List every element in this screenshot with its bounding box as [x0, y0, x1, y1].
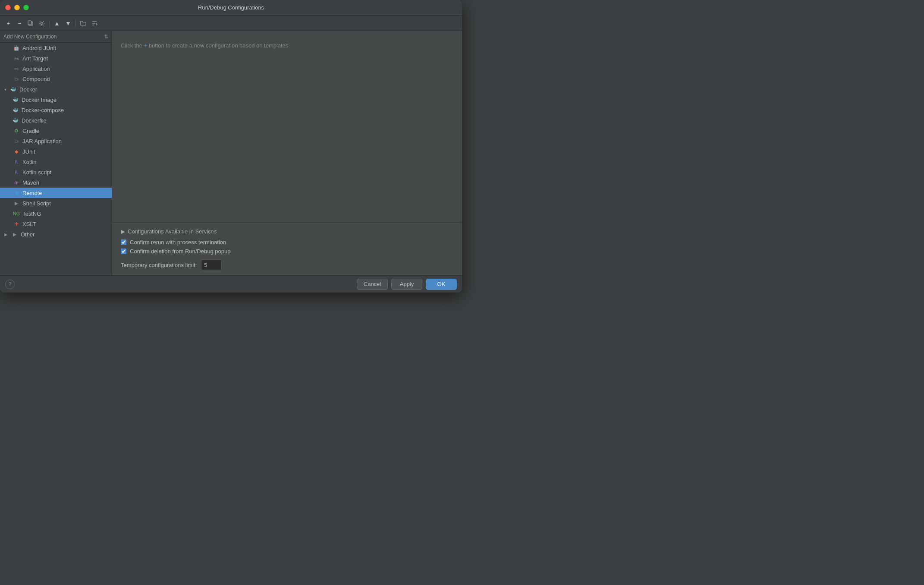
docker-image-icon: 🐳	[12, 96, 19, 103]
sidebar-item-ant-target[interactable]: 🐜Ant Target	[0, 53, 112, 63]
sidebar-item-junit[interactable]: ◆JUnit	[0, 146, 112, 157]
configurations-available-label: Configurations Available in Services	[128, 228, 217, 235]
checkbox-row-deletion: Confirm deletion from Run/Debug popup	[121, 248, 453, 255]
settings-button[interactable]	[37, 19, 47, 28]
bottom-right: Cancel Apply OK	[357, 279, 457, 290]
dockerfile-icon: 🐳	[12, 117, 19, 124]
sidebar-item-maven[interactable]: mMaven	[0, 177, 112, 188]
remove-button[interactable]: −	[15, 19, 24, 28]
android-junit-icon: 🤖	[13, 44, 20, 51]
testng-icon: NG	[13, 210, 20, 217]
docker-icon: 🐳	[10, 86, 17, 93]
title-bar: Run/Debug Configurations	[0, 0, 462, 16]
configurations-available-section[interactable]: ▶ Configurations Available in Services	[121, 228, 453, 235]
collapse-arrow-icon: ▶	[121, 228, 125, 235]
sidebar-item-application[interactable]: ▭Application	[0, 63, 112, 74]
sidebar-item-label-android-junit: Android JUnit	[22, 45, 56, 51]
temp-config-label: Temporary configurations limit:	[121, 262, 197, 268]
window-controls[interactable]	[5, 5, 29, 10]
confirm-deletion-checkbox[interactable]	[121, 248, 126, 254]
move-up-button[interactable]: ▲	[52, 19, 62, 28]
sidebar-item-label-jar-application: JAR Application	[22, 138, 62, 145]
sidebar-item-label-junit: JUnit	[22, 148, 35, 155]
svg-point-2	[41, 22, 43, 24]
separator-2	[75, 20, 76, 27]
sidebar-item-label-application: Application	[22, 66, 50, 72]
content-bottom: ▶ Configurations Available in Services C…	[112, 223, 462, 275]
junit-icon: ◆	[13, 148, 20, 155]
folder-button[interactable]	[79, 19, 88, 28]
sidebar-item-label-compound: Compound	[22, 76, 50, 82]
sidebar-item-testng[interactable]: NGTestNG	[0, 208, 112, 219]
expand-icon: ▾	[4, 87, 6, 92]
maximize-button[interactable]	[23, 5, 29, 10]
sidebar-item-docker-image[interactable]: 🐳Docker Image	[0, 94, 112, 105]
confirm-rerun-label[interactable]: Confirm rerun with process termination	[130, 239, 226, 245]
sidebar-item-shell-script[interactable]: ▶Shell Script	[0, 198, 112, 208]
sidebar-item-compound[interactable]: ▭Compound	[0, 74, 112, 84]
sidebar-item-android-junit[interactable]: 🤖Android JUnit	[0, 43, 112, 53]
sidebar-item-label-dockerfile: Dockerfile	[22, 117, 47, 124]
maven-icon: m	[13, 179, 20, 186]
sidebar-item-label-xslt: XSLT	[22, 221, 36, 227]
add-button[interactable]: +	[3, 19, 13, 28]
sidebar-item-label-kotlin: Kotlin	[22, 159, 37, 165]
sidebar-item-label-docker: Docker	[19, 86, 37, 93]
application-icon: ▭	[13, 65, 20, 72]
docker-compose-icon: 🐳	[12, 107, 19, 113]
gradle-icon: ⚙	[13, 127, 20, 134]
cancel-button[interactable]: Cancel	[357, 279, 388, 290]
sidebar-item-remote[interactable]: 🖥Remote	[0, 188, 112, 198]
sidebar-item-other[interactable]: ▶▶Other	[0, 229, 112, 239]
plus-icon: +	[144, 42, 147, 49]
remote-icon: 🖥	[13, 189, 20, 196]
kotlin-icon: K	[13, 158, 20, 165]
sidebar-item-label-maven: Maven	[22, 179, 39, 186]
move-down-button[interactable]: ▼	[63, 19, 73, 28]
sidebar-item-label-ant-target: Ant Target	[22, 55, 48, 62]
sidebar-item-kotlin[interactable]: KKotlin	[0, 157, 112, 167]
content-main: Click the + button to create a new confi…	[112, 31, 462, 223]
content-area: Click the + button to create a new confi…	[112, 31, 462, 275]
sidebar-header-title: Add New Configuration	[3, 34, 57, 40]
sidebar-item-xslt[interactable]: ✚XSLT	[0, 219, 112, 229]
ant-target-icon: 🐜	[13, 55, 20, 62]
expand-icon: ▶	[4, 232, 8, 237]
sidebar-header: Add New Configuration ⇅	[0, 31, 112, 43]
copy-button[interactable]	[26, 19, 35, 28]
content-hint: Click the + button to create a new confi…	[121, 38, 453, 53]
sidebar-item-label-other: Other	[21, 231, 35, 238]
sidebar-item-jar-application[interactable]: ▭JAR Application	[0, 136, 112, 146]
sidebar-item-kotlin-script[interactable]: KKotlin script	[0, 167, 112, 177]
sidebar-item-label-testng: TestNG	[22, 211, 41, 217]
bottom-bar: ? Cancel Apply OK	[0, 275, 462, 292]
close-button[interactable]	[5, 5, 11, 10]
sidebar-item-label-remote: Remote	[22, 190, 42, 196]
temp-config-row: Temporary configurations limit:	[121, 260, 453, 270]
sidebar-item-label-gradle: Gradle	[22, 128, 39, 134]
sidebar-sort-button[interactable]: ⇅	[104, 34, 108, 40]
svg-rect-1	[28, 21, 31, 25]
sidebar-item-docker-compose[interactable]: 🐳Docker-compose	[0, 105, 112, 115]
sidebar-item-dockerfile[interactable]: 🐳Dockerfile	[0, 115, 112, 126]
sidebar-list: 🤖Android JUnit🐜Ant Target▭Application▭Co…	[0, 43, 112, 275]
minimize-button[interactable]	[14, 5, 20, 10]
confirm-rerun-checkbox[interactable]	[121, 239, 126, 245]
kotlin-script-icon: K	[13, 169, 20, 176]
sidebar: Add New Configuration ⇅ 🤖Android JUnit🐜A…	[0, 31, 112, 275]
temp-config-input[interactable]	[201, 260, 222, 270]
ok-button[interactable]: OK	[426, 279, 457, 290]
sidebar-item-gradle[interactable]: ⚙Gradle	[0, 126, 112, 136]
shell-script-icon: ▶	[13, 200, 20, 207]
sort-button[interactable]	[90, 19, 99, 28]
main-content: Add New Configuration ⇅ 🤖Android JUnit🐜A…	[0, 31, 462, 275]
toolbar: + − ▲ ▼	[0, 16, 462, 31]
help-button[interactable]: ?	[5, 280, 15, 289]
checkbox-row-rerun: Confirm rerun with process termination	[121, 239, 453, 245]
apply-button[interactable]: Apply	[391, 279, 422, 290]
other-icon: ▶	[11, 231, 18, 238]
sidebar-item-label-docker-compose: Docker-compose	[22, 107, 64, 113]
confirm-deletion-label[interactable]: Confirm deletion from Run/Debug popup	[130, 248, 230, 255]
window-title: Run/Debug Configurations	[198, 4, 264, 11]
sidebar-item-docker[interactable]: ▾🐳Docker	[0, 84, 112, 94]
